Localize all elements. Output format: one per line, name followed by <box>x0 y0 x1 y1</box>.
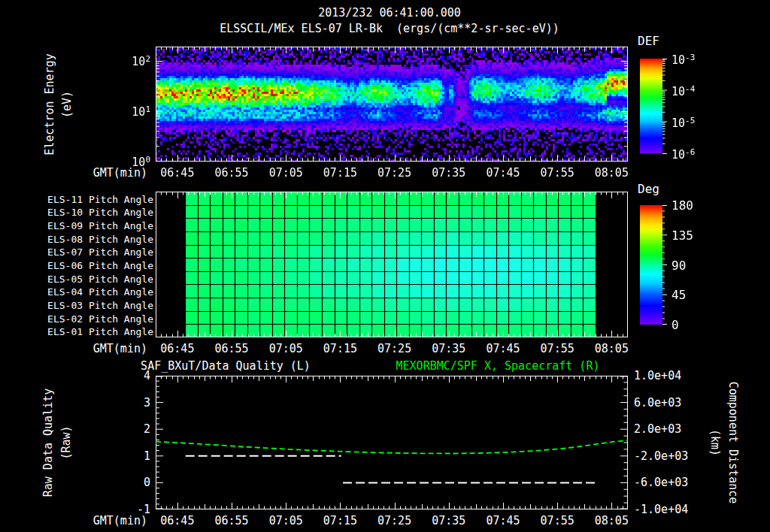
time-tick-label: 07:55 <box>541 515 574 527</box>
def-colorbar-tick-label: 10-5 <box>671 116 695 129</box>
plot-title-datetime: 2013/232 06:41:00.000 <box>318 8 461 19</box>
pitch-row-label: ELS-07 Pitch Angle <box>47 247 153 257</box>
distance-tick-label: 6.0e+03 <box>634 397 681 408</box>
pitch-row-label: ELS-09 Pitch Angle <box>47 221 153 231</box>
time-tick-label: 07:15 <box>323 168 357 179</box>
distance-tick-label: -2.0e+03 <box>634 450 688 461</box>
time-tick-label: 08:05 <box>595 343 629 355</box>
timeseries-plot <box>156 376 628 509</box>
def-colorbar-ticks <box>662 59 671 154</box>
pitch-row-label: ELS-10 Pitch Angle <box>47 207 153 217</box>
deg-colorbar-tick-label: 135 <box>671 230 693 242</box>
deg-colorbar-tick-label: 180 <box>671 200 693 212</box>
distance-tick-label: 1.0e+04 <box>634 370 681 382</box>
quality-tick-label: -1 <box>137 504 150 515</box>
pitch-row-label: ELS-02 Pitch Angle <box>47 313 153 323</box>
quality-tick-label: 4 <box>144 370 150 382</box>
energy-tick-label: 101 <box>132 105 150 118</box>
time-tick-label: 07:55 <box>541 168 574 179</box>
quality-tick-label: 2 <box>144 424 150 435</box>
pitch-row-label: ELS-01 Pitch Angle <box>47 327 153 337</box>
def-colorbar-tick-label: 10-6 <box>671 148 695 161</box>
deg-colorbar-title: Deg <box>638 183 659 195</box>
time-tick-label: 06:45 <box>160 168 194 179</box>
gmt-label-panel2: GMT(min) <box>93 343 147 355</box>
time-tick-label: 07:35 <box>432 168 465 179</box>
spectrogram-ylabel-units: (eV) <box>62 91 73 118</box>
distance-tick-label: -6.0e+03 <box>634 477 688 488</box>
quality-tick-label: 1 <box>144 450 150 461</box>
time-tick-label: 07:45 <box>486 515 520 527</box>
timeseries-ylabel-left-units: (Raw) <box>61 425 72 459</box>
pitch-row-label: ELS-06 Pitch Angle <box>47 261 153 271</box>
time-tick-label: 07:45 <box>486 343 520 355</box>
timeseries-title-left: SAF_BXuT/Data Quality (L) <box>141 361 311 372</box>
spectrogram-frame-axes <box>156 47 628 162</box>
time-tick-label: 07:15 <box>323 515 357 527</box>
deg-colorbar-tick-label: 0 <box>671 319 679 331</box>
time-tick-label: 07:05 <box>269 343 303 355</box>
spacecraft-x-distance-curve <box>156 440 628 454</box>
timeseries-ylabel-right: Component Distance <box>727 382 738 504</box>
time-tick-label: 07:05 <box>269 168 303 179</box>
time-tick-label: 07:25 <box>377 168 411 179</box>
time-tick-label: 07:25 <box>377 343 411 355</box>
pitch-panel-frame-axes <box>156 192 628 337</box>
def-colorbar-tick-label: 10-4 <box>671 85 695 98</box>
quality-tick-label: 3 <box>144 397 150 408</box>
pitch-row-label: ELS-04 Pitch Angle <box>47 287 153 297</box>
def-colorbar-title: DEF <box>638 35 659 47</box>
timeseries-title-right: MEXORBMC/SPF X, Spacecraft (R) <box>396 361 600 372</box>
def-colorbar <box>640 59 662 153</box>
pitch-row-label: ELS-11 Pitch Angle <box>47 194 153 204</box>
energy-tick-label: 100 <box>132 156 150 168</box>
gmt-label-panel1: GMT(min) <box>93 168 147 179</box>
pitch-row-label: ELS-08 Pitch Angle <box>47 234 153 243</box>
time-tick-label: 07:45 <box>486 168 520 179</box>
time-tick-label: 07:35 <box>432 515 465 527</box>
deg-colorbar <box>640 205 662 325</box>
time-tick-label: 06:55 <box>214 515 248 527</box>
plot-title-instrument: ELSSCIL/MEx ELS-07 LR-Bk (ergs/(cm**2-sr… <box>220 23 559 35</box>
time-tick-label: 07:15 <box>323 343 357 355</box>
pitch-row-label: ELS-03 Pitch Angle <box>47 300 153 310</box>
distance-tick-label: -1.0e+04 <box>634 504 688 515</box>
deg-colorbar-tick-label: 90 <box>671 260 686 272</box>
time-tick-label: 07:35 <box>432 343 465 355</box>
deg-colorbar-tick-label: 45 <box>671 289 686 301</box>
gmt-label-panel3: GMT(min) <box>93 515 147 527</box>
pitch-row-label: ELS-05 Pitch Angle <box>47 274 153 283</box>
time-tick-label: 08:05 <box>595 168 629 179</box>
time-tick-label: 07:05 <box>269 515 303 527</box>
time-tick-label: 07:55 <box>541 343 574 355</box>
def-colorbar-tick-label: 10-3 <box>671 53 695 66</box>
timeseries-ylabel-right-units: (km) <box>709 429 720 456</box>
time-tick-label: 08:05 <box>595 515 629 527</box>
time-tick-label: 06:55 <box>214 168 248 179</box>
timeseries-ylabel-left: Raw Data Quality <box>43 388 54 497</box>
distance-tick-label: 2.0e+03 <box>634 424 681 435</box>
time-tick-label: 07:25 <box>377 515 411 527</box>
quality-tick-label: 0 <box>144 477 150 488</box>
time-tick-label: 06:45 <box>160 515 194 527</box>
time-tick-label: 06:55 <box>214 343 248 355</box>
deg-colorbar-ticks <box>662 205 671 325</box>
energy-tick-label: 102 <box>132 55 150 68</box>
time-tick-label: 06:45 <box>160 343 194 355</box>
spectrogram-ylabel: Electron Energy <box>44 53 56 155</box>
els-quicklook-screen: 2013/232 06:41:00.000 ELSSCIL/MEx ELS-07… <box>0 0 770 532</box>
